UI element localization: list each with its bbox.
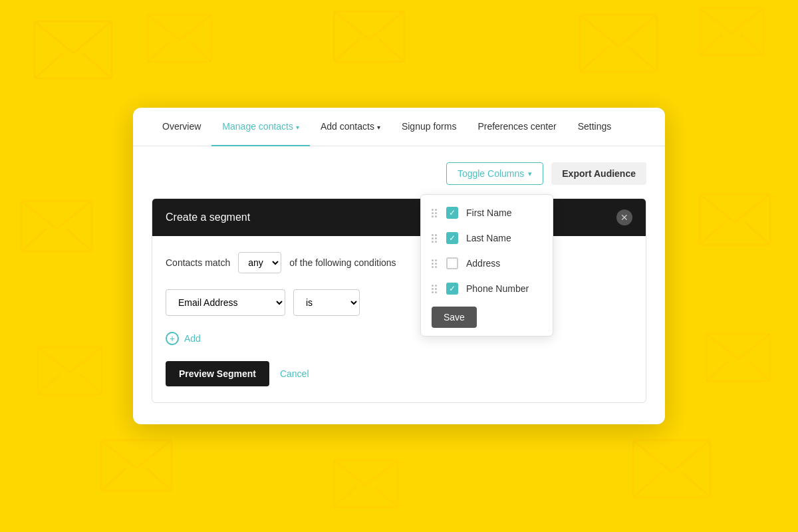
email-field-select[interactable]: Email Address	[166, 289, 285, 316]
svg-line-16	[21, 229, 47, 251]
svg-line-1	[35, 53, 63, 78]
nav-item-overview[interactable]: Overview	[152, 108, 211, 146]
svg-rect-30	[633, 440, 710, 497]
chevron-down-icon: ▾	[296, 124, 299, 131]
envelope-icon	[698, 193, 771, 246]
svg-line-20	[79, 374, 102, 394]
nav-item-manage-contacts[interactable]: Manage contacts▾	[211, 108, 310, 146]
nav-item-settings[interactable]: Settings	[567, 108, 622, 146]
svg-rect-6	[334, 11, 404, 62]
svg-line-35	[375, 487, 398, 507]
drag-handle-icon	[432, 234, 437, 243]
segment-body: Contacts match any of the following cond…	[152, 236, 646, 402]
svg-rect-33	[334, 460, 398, 507]
cancel-button[interactable]: Cancel	[280, 368, 309, 379]
svg-line-34	[334, 487, 356, 507]
segment-title: Create a segment	[166, 211, 250, 223]
add-label: Add	[184, 333, 201, 344]
main-card: Overview Manage contacts▾ Add contacts▾ …	[133, 108, 665, 424]
chevron-down-icon: ▾	[377, 124, 380, 131]
svg-line-10	[580, 47, 608, 72]
envelope-icon	[332, 10, 406, 63]
svg-rect-27	[706, 334, 770, 381]
svg-line-8	[379, 39, 404, 62]
svg-line-31	[633, 472, 662, 497]
envelope-icon	[33, 20, 113, 80]
checkbox-first-name[interactable]: ✓	[446, 207, 458, 219]
svg-rect-18	[38, 347, 102, 394]
svg-rect-3	[148, 15, 211, 62]
svg-line-17	[66, 229, 92, 251]
envelope-icon	[100, 439, 173, 492]
preview-segment-button[interactable]: Preview Segment	[166, 361, 269, 386]
column-label-phone-number: Phone Number	[466, 283, 529, 294]
drag-handle-icon	[432, 209, 437, 217]
toolbar-row: Toggle Columns ▾ Export Audience ✓ First…	[152, 162, 646, 185]
toggle-columns-label: Toggle Columns	[458, 168, 524, 179]
toggle-columns-button[interactable]: Toggle Columns ▾	[446, 162, 543, 185]
svg-line-19	[38, 374, 61, 394]
svg-line-32	[682, 472, 710, 497]
match-select[interactable]: any	[238, 252, 281, 273]
svg-rect-21	[101, 440, 172, 491]
column-option-last-name[interactable]: ✓ Last Name	[421, 225, 553, 251]
envelope-icon	[20, 200, 93, 253]
checkbox-phone-number[interactable]: ✓	[446, 283, 458, 295]
svg-rect-0	[35, 21, 112, 78]
export-audience-button[interactable]: Export Audience	[551, 162, 646, 185]
svg-line-11	[628, 47, 657, 72]
column-option-address[interactable]: Address	[421, 251, 553, 276]
envelope-icon	[332, 459, 399, 509]
close-segment-button[interactable]: ✕	[616, 209, 632, 225]
add-circle-icon: +	[166, 332, 179, 345]
envelope-icon	[705, 332, 771, 382]
condition-row: Email Address is	[166, 289, 632, 316]
segment-panel: Create a segment ✕ Contacts match any of…	[152, 198, 646, 403]
segment-header: Create a segment ✕	[152, 199, 646, 236]
svg-line-25	[700, 222, 725, 245]
svg-line-28	[706, 360, 729, 381]
content-area: Toggle Columns ▾ Export Audience ✓ First…	[133, 146, 665, 424]
envelope-icon	[698, 7, 765, 57]
contacts-match-label: Contacts match	[166, 257, 230, 268]
nav-item-signup-forms[interactable]: Signup forms	[391, 108, 467, 146]
column-label-last-name: Last Name	[466, 233, 511, 243]
action-row: Preview Segment Cancel	[166, 361, 632, 386]
svg-line-26	[745, 222, 770, 245]
envelope-icon	[632, 439, 712, 499]
nav-item-add-contacts[interactable]: Add contacts▾	[310, 108, 391, 146]
contacts-match-row: Contacts match any of the following cond…	[166, 252, 632, 273]
dropdown-save-button[interactable]: Save	[432, 307, 477, 328]
envelope-icon	[37, 346, 103, 396]
svg-line-5	[189, 41, 211, 62]
svg-line-29	[747, 360, 770, 381]
chevron-down-icon: ▾	[528, 170, 532, 178]
envelope-icon	[146, 13, 213, 63]
dropdown-save-row: Save	[421, 301, 553, 331]
add-condition-row[interactable]: + Add	[166, 332, 632, 345]
column-option-first-name[interactable]: ✓ First Name	[421, 200, 553, 225]
svg-line-22	[101, 468, 126, 491]
svg-rect-15	[21, 201, 92, 251]
svg-rect-24	[700, 194, 770, 245]
operator-select[interactable]: is	[293, 289, 360, 316]
svg-line-13	[700, 35, 722, 55]
conditions-suffix-label: of the following conditions	[289, 257, 396, 268]
svg-line-23	[146, 468, 172, 491]
svg-line-4	[148, 41, 170, 62]
drag-handle-icon	[432, 285, 437, 293]
navigation: Overview Manage contacts▾ Add contacts▾ …	[133, 108, 665, 146]
column-option-phone-number[interactable]: ✓ Phone Number	[421, 276, 553, 301]
svg-line-14	[741, 35, 763, 55]
nav-item-preferences-center[interactable]: Preferences center	[467, 108, 567, 146]
column-label-address: Address	[466, 258, 500, 269]
drag-handle-icon	[432, 259, 437, 268]
column-label-first-name: First Name	[466, 207, 511, 218]
envelope-icon	[579, 13, 658, 73]
checkbox-address[interactable]	[446, 257, 458, 269]
svg-rect-12	[700, 8, 763, 55]
svg-rect-9	[580, 15, 657, 72]
svg-line-7	[334, 39, 359, 62]
columns-dropdown: ✓ First Name ✓ Last Name	[420, 194, 553, 336]
checkbox-last-name[interactable]: ✓	[446, 232, 458, 244]
